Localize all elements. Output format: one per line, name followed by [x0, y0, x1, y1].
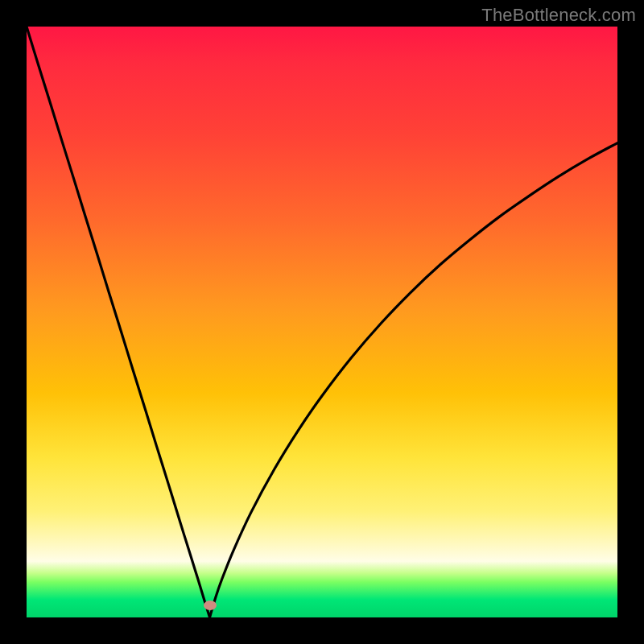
bottleneck-curve: [27, 27, 617, 617]
plot-area: [27, 27, 617, 617]
chart-frame: TheBottleneck.com: [0, 0, 644, 644]
watermark-text: TheBottleneck.com: [481, 5, 636, 26]
notch-marker: [204, 601, 217, 610]
